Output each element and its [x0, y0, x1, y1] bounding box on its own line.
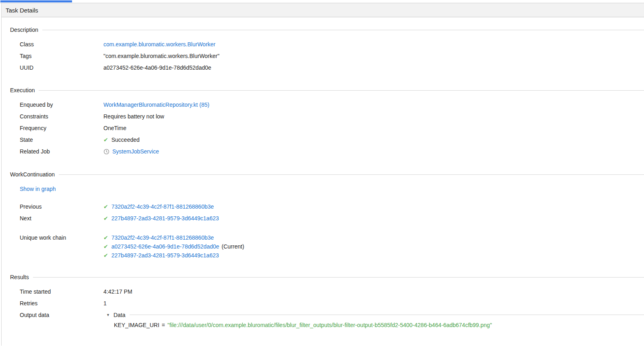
equals-sign: = [162, 322, 165, 328]
section-execution: Execution Enqueued by WorkManagerBluroma… [2, 86, 644, 157]
collapse-triangle-icon[interactable]: ▼ [106, 313, 110, 317]
frequency-value: OneTime [103, 125, 644, 131]
section-header-results: Results [10, 273, 644, 281]
next-work-link[interactable]: 227b4897-2ad3-4281-9579-3d6449c1a623 [111, 215, 219, 222]
row-output-data: Output data ▼ Data [20, 309, 644, 321]
tool-window-tab-strip [0, 0, 644, 3]
chain-item: ✔ 227b4897-2ad3-4281-9579-3d6449c1a623 [103, 251, 644, 260]
row-enqueued-by: Enqueued by WorkManagerBluromaticReposit… [20, 99, 644, 110]
row-label: Related Job [20, 148, 103, 155]
row-constraints: Constraints Requires battery not low [20, 110, 644, 122]
row-label: Constraints [20, 113, 103, 120]
chain-work-link[interactable]: a0273452-626e-4a06-9d1e-78d6d52dad0e [111, 243, 219, 250]
section-header-work-continuation: WorkContinuation [10, 170, 644, 178]
task-details-content: Description Class com.example.bluromatic… [2, 26, 644, 329]
row-related-job: Related Job SystemJobService [20, 145, 644, 157]
row-label: Output data [20, 312, 103, 318]
chain-work-link[interactable]: 227b4897-2ad3-4281-9579-3d6449c1a623 [111, 252, 219, 259]
enqueued-by-link[interactable]: WorkManagerBluromaticRepository.kt (85) [103, 102, 209, 108]
section-title: Results [10, 274, 29, 280]
class-link[interactable]: com.example.bluromatic.workers.BlurWorke… [103, 41, 215, 48]
row-unique-work-chain: Unique work chain ✔ 7320a2f2-4c39-4c2f-8… [20, 233, 644, 260]
row-uuid: UUID a0273452-626e-4a06-9d1e-78d6d52dad0… [20, 62, 644, 73]
row-label: Time started [20, 288, 103, 295]
related-job-link[interactable]: SystemJobService [112, 148, 159, 155]
panel-title: Task Details [2, 3, 644, 17]
current-badge: (Current) [222, 243, 244, 250]
row-label: Enqueued by [20, 102, 103, 108]
row-label: Next [20, 215, 103, 222]
chain-item-current: ✔ a0273452-626e-4a06-9d1e-78d6d52dad0e (… [103, 242, 644, 251]
section-divider [33, 277, 644, 278]
section-divider [42, 30, 644, 30]
section-divider [39, 90, 644, 91]
time-started-value: 4:42:17 PM [103, 288, 644, 295]
previous-work-link[interactable]: 7320a2f2-4c39-4c2f-87f1-881268860b3e [111, 203, 214, 210]
retries-value: 1 [103, 300, 644, 307]
row-retries: Retries 1 [20, 297, 644, 309]
check-icon: ✔ [103, 204, 108, 209]
show-in-graph-link[interactable]: Show in graph [20, 186, 56, 192]
output-data-entry: KEY_IMAGE_URI = "file:///data/user/0/com… [114, 321, 644, 329]
data-divider [130, 315, 644, 315]
chain-item: ✔ 7320a2f2-4c39-4c2f-87f1-881268860b3e [103, 233, 644, 242]
section-divider [59, 174, 644, 175]
section-header-description: Description [10, 26, 644, 34]
section-title: Execution [10, 87, 35, 93]
row-class: Class com.example.bluromatic.workers.Blu… [20, 38, 644, 50]
row-time-started: Time started 4:42:17 PM [20, 286, 644, 297]
constraints-value: Requires battery not low [103, 113, 644, 120]
section-description: Description Class com.example.bluromatic… [2, 26, 644, 73]
check-icon: ✔ [103, 215, 108, 221]
task-details-panel: Task Details Description Class com.examp… [1, 3, 644, 346]
row-label: State [20, 137, 103, 143]
state-value: Succeeded [111, 137, 140, 143]
chain-work-link[interactable]: 7320a2f2-4c39-4c2f-87f1-881268860b3e [111, 234, 214, 241]
uuid-value: a0273452-626e-4a06-9d1e-78d6d52dad0e [103, 64, 644, 71]
row-label: Unique work chain [20, 233, 103, 242]
row-label: Previous [20, 203, 103, 210]
section-work-continuation: WorkContinuation Show in graph Previous … [2, 170, 644, 260]
row-show-in-graph: Show in graph [20, 183, 644, 195]
check-icon: ✔ [103, 235, 108, 240]
row-label: UUID [20, 64, 103, 71]
check-icon: ✔ [103, 244, 108, 249]
data-group-label: Data [114, 312, 126, 318]
row-frequency: Frequency OneTime [20, 122, 644, 134]
tags-value: "com.example.bluromatic.workers.BlurWork… [103, 53, 644, 59]
output-value: "file:///data/user/0/com.example.bluroma… [167, 322, 492, 328]
row-tags: Tags "com.example.bluromatic.workers.Blu… [20, 50, 644, 62]
section-header-execution: Execution [10, 86, 644, 94]
row-label: Class [20, 41, 103, 48]
active-tab-indicator [0, 0, 72, 2]
row-previous: Previous ✔ 7320a2f2-4c39-4c2f-87f1-88126… [20, 201, 644, 212]
section-results: Results Time started 4:42:17 PM Retries … [2, 273, 644, 329]
row-label: Frequency [20, 125, 103, 131]
row-label: Tags [20, 53, 103, 59]
succeeded-check-icon: ✔ [103, 137, 108, 143]
section-title: Description [10, 27, 38, 33]
section-title: WorkContinuation [10, 171, 55, 178]
check-icon: ✔ [103, 253, 108, 258]
row-state: State ✔ Succeeded [20, 134, 644, 145]
clock-icon [103, 149, 109, 155]
output-key: KEY_IMAGE_URI [114, 322, 159, 328]
row-next: Next ✔ 227b4897-2ad3-4281-9579-3d6449c1a… [20, 212, 644, 224]
row-label: Retries [20, 300, 103, 307]
